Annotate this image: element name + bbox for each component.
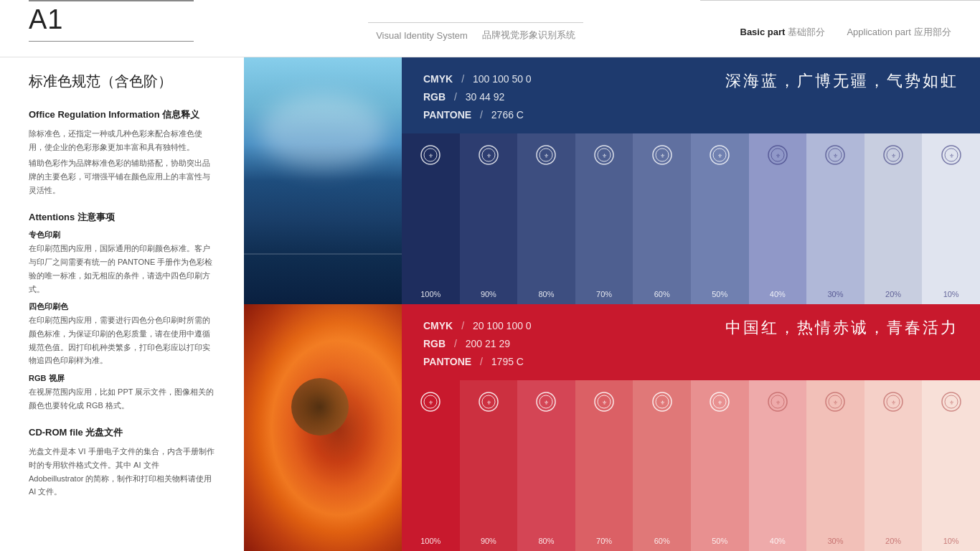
vi-label-cn: 品牌视觉形象识别系统 — [482, 29, 575, 42]
blue-cmyk-value: 100 100 50 0 — [473, 73, 532, 85]
blue-swatch-3: ⚜ 80% — [517, 133, 575, 304]
swatch-pct: 100% — [420, 290, 440, 298]
red-pantone-line: PANTONE / 1795 C — [423, 353, 532, 371]
swatch-pct: 30% — [827, 290, 843, 298]
swatch-emblem-icon: ⚜ — [880, 389, 906, 415]
section-title: 标准色规范（含色阶） — [29, 72, 215, 91]
header: A1 Visual Identity System 品牌视觉形象识别系统 Bas… — [0, 0, 980, 57]
header-right: Basic part基础部分 Application part应用部分 — [679, 19, 951, 39]
swatch-pct: 40% — [770, 290, 786, 298]
swatch-pct: 90% — [481, 537, 496, 545]
blue-rgb-label: RGB — [423, 91, 446, 103]
swatch-emblem-icon: ⚜ — [418, 389, 443, 415]
blue-cmyk-line: CMYK / 100 100 50 0 — [423, 70, 532, 88]
svg-text:⚜: ⚜ — [428, 153, 433, 159]
red-pantone-value: 1795 C — [491, 356, 524, 367]
svg-text:⚜: ⚜ — [833, 153, 838, 159]
svg-text:⚜: ⚜ — [775, 153, 780, 159]
swatch-emblem-icon: ⚜ — [822, 389, 848, 415]
swatch-emblem-icon: ⚜ — [880, 142, 906, 168]
blue-swatches: ⚜ 100% ⚜ 90% ⚜ 80% ⚜ 70% ⚜ 60% ⚜ 50% — [402, 133, 980, 304]
blue-swatch-10: ⚜ 10% — [922, 133, 980, 304]
blue-tagline: 深海蓝，广博无疆，气势如虹 — [725, 70, 958, 92]
red-tagline: 中国红，热情赤诚，青春活力 — [725, 317, 958, 339]
blue-swatch-2: ⚜ 90% — [460, 133, 518, 304]
header-top-line — [29, 0, 194, 1]
red-swatch-7: ⚜ 40% — [749, 380, 807, 551]
blue-pantone-line: PANTONE / 2766 C — [423, 106, 532, 124]
swatch-emblem-icon: ⚜ — [765, 389, 791, 415]
cdrom-body: 光盘文件是本 VI 手册电子文件的集合，内含手册制作时的专用软件格式文件。其中 … — [29, 445, 215, 499]
svg-text:⚜: ⚜ — [891, 400, 896, 406]
svg-text:⚜: ⚜ — [833, 400, 838, 406]
svg-text:⚜: ⚜ — [775, 400, 780, 406]
swatch-pct: 40% — [770, 537, 786, 545]
swatch-emblem-icon: ⚜ — [649, 142, 675, 168]
ocean-photo-block — [244, 57, 402, 304]
swatch-pct: 100% — [420, 537, 440, 545]
attentions-section: Attentions 注意事项 专色印刷 在印刷范围内应用，国际通用的印刷颜色标… — [29, 211, 215, 412]
red-swatches: ⚜ 100% ⚜ 90% ⚜ 80% ⚜ 70% ⚜ 60% ⚜ 50% — [402, 380, 980, 551]
svg-text:⚜: ⚜ — [717, 400, 722, 406]
swatch-emblem-icon: ⚜ — [707, 389, 732, 415]
svg-text:⚜: ⚜ — [486, 400, 491, 406]
cdrom-title: CD-ROM file 光盘文件 — [29, 426, 215, 439]
four-body: 在印刷范围内应用，需要进行四色分色印刷时所需的颜色标准，为保证印刷的色彩质量，请… — [29, 314, 215, 367]
svg-text:⚜: ⚜ — [717, 153, 722, 159]
svg-text:⚜: ⚜ — [659, 400, 664, 406]
swatch-emblem-icon: ⚜ — [476, 142, 501, 168]
swatch-emblem-icon: ⚜ — [822, 142, 848, 168]
red-swatch-1: ⚜ 100% — [402, 380, 460, 551]
header-divider — [29, 41, 194, 42]
svg-text:⚜: ⚜ — [602, 400, 607, 406]
header-left: A1 — [29, 4, 273, 53]
swatch-emblem-icon: ⚜ — [533, 389, 559, 415]
nav-basic[interactable]: Basic part基础部分 — [740, 26, 826, 39]
header-center-labels: Visual Identity System 品牌视觉形象识别系统 — [376, 29, 575, 42]
svg-text:⚜: ⚜ — [602, 153, 607, 159]
flower-photo — [244, 304, 402, 551]
swatch-pct: 60% — [654, 537, 670, 545]
swatch-pct: 60% — [654, 290, 670, 298]
main-content: 标准色规范（含色阶） Office Regulation Information… — [0, 57, 980, 551]
swatch-pct: 80% — [538, 537, 554, 545]
swatch-emblem-icon: ⚜ — [649, 389, 675, 415]
right-top-line — [700, 0, 980, 1]
swatch-pct: 20% — [885, 537, 901, 545]
blue-color-specs: CMYK / 100 100 50 0 RGB / 30 44 92 PANTO… — [423, 70, 532, 125]
red-color-specs: CMYK / 20 100 100 0 RGB / 200 21 29 PANT… — [423, 317, 532, 372]
red-swatch-9: ⚜ 20% — [864, 380, 923, 551]
nav-app-cn: 应用部分 — [914, 27, 951, 37]
swatch-pct: 10% — [943, 290, 959, 298]
red-cmyk-line: CMYK / 20 100 100 0 — [423, 317, 532, 335]
spot-body: 在印刷范围内应用，国际通用的印刷颜色标准。客户与印厂之间需要有统一的 PANTO… — [29, 242, 215, 296]
office-title: Office Regulation Information 信息释义 — [29, 108, 215, 121]
attentions-title: Attentions 注意事项 — [29, 211, 215, 224]
center-top-line — [368, 22, 583, 23]
swatch-pct: 70% — [596, 537, 612, 545]
red-swatch-2: ⚜ 90% — [460, 380, 518, 551]
blue-swatch-5: ⚜ 60% — [633, 133, 691, 304]
red-cmyk-value: 20 100 100 0 — [473, 320, 532, 331]
blue-info-top: CMYK / 100 100 50 0 RGB / 30 44 92 PANTO… — [402, 57, 980, 133]
red-swatch-8: ⚜ 30% — [806, 380, 864, 551]
swatch-emblem-icon: ⚜ — [476, 389, 501, 415]
nav-application[interactable]: Application part应用部分 — [847, 26, 951, 39]
vi-label: Visual Identity System — [376, 30, 468, 41]
ocean-photo — [244, 57, 402, 304]
spot-title: 专色印刷 — [29, 230, 215, 240]
red-color-section: CMYK / 20 100 100 0 RGB / 200 21 29 PANT… — [244, 304, 980, 551]
red-rgb-value: 200 21 29 — [466, 338, 510, 349]
red-swatch-3: ⚜ 80% — [517, 380, 575, 551]
red-pantone-label: PANTONE — [423, 356, 471, 367]
swatch-pct: 10% — [943, 537, 959, 545]
blue-color-section: CMYK / 100 100 50 0 RGB / 30 44 92 PANTO… — [244, 57, 980, 304]
four-title: 四色印刷色 — [29, 301, 215, 312]
svg-text:⚜: ⚜ — [544, 153, 549, 159]
page-title: A1 — [29, 4, 273, 35]
red-rgb-label: RGB — [423, 338, 446, 349]
red-swatch-10: ⚜ 10% — [922, 380, 980, 551]
swatch-pct: 20% — [885, 290, 901, 298]
rgb-title: RGB 视屏 — [29, 373, 215, 384]
blue-rgb-value: 30 44 92 — [466, 91, 505, 103]
